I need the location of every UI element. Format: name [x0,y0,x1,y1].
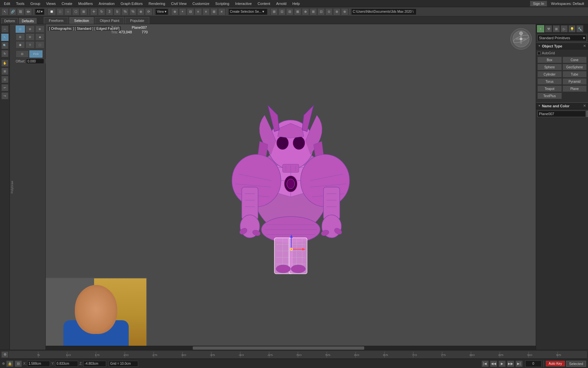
rp-tab-display[interactable]: 💡 [568,25,576,32]
tab-freeform[interactable]: Freeform [44,17,68,24]
menu-views[interactable]: Views [43,1,58,6]
selected-btn[interactable]: Selected [566,361,586,367]
tab-defaults[interactable]: Defaults [19,18,37,24]
menu-modifiers[interactable]: Modifiers [75,1,95,6]
zoom-btn[interactable]: 🔍 [1,42,8,49]
window-crossing[interactable]: ⊞ [80,8,87,15]
tab-populate[interactable]: Populate [125,17,149,24]
scale-b[interactable]: b [114,8,121,15]
menu-animation[interactable]: Animation [96,1,117,6]
isolate[interactable]: ⊙ [1,76,8,83]
obj-type-cone[interactable]: Cone [563,57,587,63]
obj-type-tube[interactable]: Tube [563,71,587,78]
align[interactable]: ≡ [203,8,210,15]
prev-frame[interactable]: ◀◀ [490,360,497,367]
object-type-close[interactable]: ✕ [583,44,586,48]
abs-rel-toggle[interactable]: ⊟ [15,360,22,367]
tool-btn-3[interactable]: ⊛ [35,26,44,33]
menu-rendering[interactable]: Rendering [146,1,168,6]
select-object[interactable]: 🔲 [47,8,56,15]
select-center[interactable]: + [179,8,186,15]
rotate-tool[interactable]: ↻ [98,8,105,15]
frame-counter[interactable]: 0 [525,360,542,367]
rp-tab-hierarchy[interactable]: ⊞ [553,25,560,32]
move-btn[interactable]: ↔ [1,26,8,33]
go-to-start[interactable]: |◀ [482,360,489,367]
undo-btn[interactable]: ↩ [1,84,8,91]
timeline-settings[interactable]: ⚙ [1,351,8,358]
quick-render[interactable]: ⊕ [302,8,309,15]
rp-tab-utilities[interactable]: 🔧 [576,25,583,32]
obj-type-torus[interactable]: Torus [537,78,562,85]
schematic-view[interactable]: ⊡ [278,8,286,15]
rp-tab-motion[interactable]: ▷ [561,25,568,32]
orbit-btn[interactable]: ↻ [1,50,8,57]
rp-tab-create[interactable]: + [537,25,544,32]
view-dropdown[interactable]: View ▾ [155,9,168,15]
bind-space-warp[interactable]: ⟴ [25,8,32,15]
menu-help[interactable]: Help [290,1,302,6]
select-region-circ[interactable]: ○ [64,8,72,15]
menu-customize[interactable]: Customize [190,1,212,6]
y-value[interactable]: 0.833cm [55,361,78,367]
transform-coord[interactable]: ⊟ [187,8,194,15]
tab-selection[interactable]: Selection [69,17,94,24]
material-editor[interactable]: ⊟ [286,8,293,15]
tool-btn-pick[interactable]: Pick [29,50,42,58]
select-region-rect[interactable]: □ [57,8,64,15]
next-frame[interactable]: ▶▶ [507,360,514,367]
autogrid-checkbox[interactable] [537,52,541,55]
name-color-close[interactable]: ✕ [583,104,586,108]
render-btn[interactable]: ⊙ [325,8,333,15]
tool-btn-1[interactable]: ⊙ [16,26,25,33]
menu-content[interactable]: Content [255,1,273,6]
mirror[interactable]: ≡ [195,8,202,15]
render-frame[interactable]: ⊞ [310,8,317,15]
menu-file[interactable]: Edit [1,1,13,6]
render-setup[interactable]: ⊠ [294,8,301,15]
obj-type-cylinder[interactable]: Cylinder [537,71,562,78]
color-swatch[interactable] [587,111,587,117]
play-btn[interactable]: ▶ [498,360,506,367]
create-selection-dropdown[interactable]: Create Selection Se... ▾ [228,9,268,15]
name-color-section-header[interactable]: ▼ Name and Color ✕ [536,102,588,109]
menu-arnold[interactable]: Arnold [273,1,289,6]
tool-btn-8[interactable]: ◊ [25,41,35,48]
timeline-track[interactable]: 5 10 15 20 25 30 35 40 45 50 55 60 65 [9,351,587,358]
percent[interactable]: % [122,8,129,15]
tool-btn-10[interactable]: ⊟ [16,50,29,58]
select-region-fence[interactable]: ⬡ [72,8,79,15]
x-value[interactable]: 1.588cm [27,361,50,367]
tab-object-paint[interactable]: Object Paint [95,17,124,24]
object-type-section-header[interactable]: ▼ Object Type ✕ [536,43,588,49]
z-value[interactable]: -4.803cm [83,361,106,367]
go-to-end[interactable]: ▶| [515,360,523,367]
obj-type-geosphere[interactable]: GeoSphere [563,64,587,70]
menu-create[interactable]: Create [59,1,75,6]
manage-layers[interactable]: ≡ [218,8,225,15]
menu-interactive[interactable]: Interactive [233,1,254,6]
tool-btn-5[interactable]: ⊝ [25,33,35,41]
snap-toggle[interactable]: % [129,8,137,15]
filter-dropdown[interactable]: All ▾ [35,9,44,15]
tool-btn-6[interactable]: ◈ [35,33,44,41]
sign-in-button[interactable]: Sign In [530,1,547,7]
h-scrollbar[interactable] [46,346,536,350]
menu-group[interactable]: Group [28,1,43,6]
tool-btn-9[interactable]: ◌ [35,41,44,48]
menu-tools[interactable]: Tools [13,1,27,6]
rp-tab-modify[interactable]: ⚒ [545,25,552,32]
grid[interactable]: ⊞ [210,8,218,15]
render-settings[interactable]: ⊛ [341,8,348,15]
right-panel-dropdown[interactable]: Standard Primitives ▾ [537,35,587,41]
tool-btn-4[interactable]: ⊜ [16,33,25,41]
render-anim[interactable]: ⊚ [333,8,340,15]
menu-civil-view[interactable]: Civil View [169,1,189,6]
tool-btn-2[interactable]: ⊚ [25,26,35,33]
obj-type-pyramid[interactable]: Pyramid [563,78,587,85]
offset-input[interactable] [26,59,44,64]
pan-btn[interactable]: ✋ [1,60,8,67]
select-btn[interactable]: ↖ [1,34,8,41]
obj-type-textplus[interactable]: TextPlus [537,93,562,99]
move-tool[interactable]: ✛ [90,8,97,15]
